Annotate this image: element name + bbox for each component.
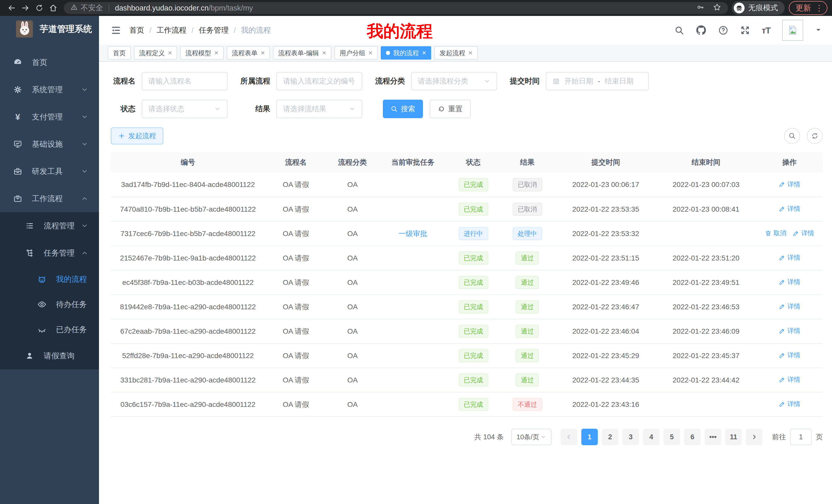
sidebar-item-workflow[interactable]: 工作流程 [0,185,99,212]
cell-category: OA [327,173,378,197]
cell-submit-time: 2022-01-22 23:53:35 [555,197,656,221]
process-definition-input[interactable] [277,72,362,90]
sidebar-item-leave-query[interactable]: 请假查询 [0,342,99,369]
search-icon[interactable] [674,25,684,35]
tab-home[interactable]: 首页 [108,46,131,60]
sidebar-item-my-process[interactable]: 我的流程 [0,267,99,292]
detail-action[interactable]: 详情 [779,180,800,189]
page-button-6[interactable]: 6 [684,429,701,445]
tab-process-form[interactable]: 流程表单 × [227,46,270,60]
close-icon[interactable]: × [468,49,472,57]
browser-forward-icon[interactable] [19,1,32,15]
page-button-5[interactable]: 5 [664,429,680,445]
cell-status: 已完成 [448,197,499,221]
fullscreen-icon[interactable] [740,25,750,35]
result-select[interactable]: 请选择流结果 [277,100,362,118]
breadcrumb-separator: / [149,26,151,35]
more-pages-button[interactable]: ••• [705,429,721,445]
tab-my-process[interactable]: 我的流程 × [381,46,431,60]
page-button-4[interactable]: 4 [643,429,659,445]
process-name-input[interactable] [142,72,228,90]
avatar[interactable] [782,20,803,41]
refresh-button[interactable] [807,128,823,144]
detail-action[interactable]: 详情 [779,204,800,213]
tab-start-process[interactable]: 发起流程 × [434,46,477,60]
search-button[interactable]: 搜索 [383,100,423,118]
sidebar-item-done-tasks[interactable]: 已办任务 [0,317,99,342]
key-icon[interactable] [696,3,704,13]
goto-page-input[interactable] [790,429,812,445]
current-task-link[interactable]: 一级审批 [398,230,427,237]
edit-icon [793,230,799,236]
table-header-row: 编号流程名流程分类当前审批任务状态结果提交时间结束时间操作 [111,152,823,173]
detail-action[interactable]: 详情 [779,302,800,311]
browser-update-button[interactable]: 更新 ⋮ [789,1,827,15]
browser-home-icon[interactable] [46,1,60,15]
chevron-down-icon[interactable] [815,26,822,34]
page-button-11[interactable]: 11 [725,429,742,445]
tab-user-group[interactable]: 用户分组 × [335,46,378,60]
cell-current-task [378,246,448,270]
page-button-1[interactable]: 1 [581,429,598,445]
browser-reload-icon[interactable] [32,1,46,15]
close-icon[interactable]: × [261,49,265,57]
app-logo-row[interactable]: 芋道管理系统 [0,16,99,41]
table-row: 7470a810-7b9b-11ec-b5b7-acde48001122OA 请… [111,197,823,221]
detail-action[interactable]: 详情 [779,253,800,262]
sidebar-item-process-management[interactable]: 流程管理 [0,212,99,240]
detail-action[interactable]: 详情 [779,278,800,286]
detail-action[interactable]: 详情 [779,375,800,384]
page-button-3[interactable]: 3 [622,429,639,445]
sidebar-item-system[interactable]: 系统管理 [0,76,99,103]
detail-action[interactable]: 详情 [779,351,800,359]
tab-process-definition[interactable]: 流程定义 × [134,46,177,60]
next-page-button[interactable] [746,429,762,445]
browser-back-icon[interactable] [5,1,19,15]
close-icon[interactable]: × [168,49,172,57]
breadcrumb-item[interactable]: 任务管理 [199,25,229,35]
sidebar-item-task-management[interactable]: 任务管理 [0,240,99,267]
sidebar-collapse-icon[interactable] [111,25,121,35]
close-icon[interactable]: × [214,49,218,57]
status-select[interactable]: 请选择状态 [142,100,228,118]
sidebar-item-devtools[interactable]: 研发工具 [0,158,99,185]
tab-process-form-edit[interactable]: 流程表单-编辑 × [273,46,331,60]
detail-action[interactable]: 详情 [779,327,800,335]
detail-action[interactable]: 详情 [793,229,814,237]
detail-action[interactable]: 详情 [779,400,800,408]
reset-button[interactable]: 重置 [430,100,471,118]
breadcrumb-item[interactable]: 工作流程 [157,25,186,35]
close-icon[interactable]: × [422,49,426,57]
tab-process-model[interactable]: 流程模型 × [180,46,224,60]
page-button-2[interactable]: 2 [602,429,618,445]
font-size-icon[interactable]: тT [762,25,770,35]
trash-icon [765,230,772,236]
breadcrumb-item[interactable]: 首页 [129,25,144,35]
category-select[interactable]: 请选择流程分类 [411,72,497,90]
start-process-button[interactable]: 发起流程 [111,128,163,144]
cancel-action[interactable]: 取消 [765,229,786,237]
bookmark-star-icon[interactable] [713,3,722,13]
help-icon[interactable] [718,25,728,35]
show-search-button[interactable] [784,128,800,144]
sidebar-item-todo-tasks[interactable]: 待办任务 [0,292,99,317]
sidebar-item-home[interactable]: 首页 [0,49,99,76]
filter-label: 所属流程 [237,76,270,86]
browser-menu-icon[interactable]: ⋮ [815,4,823,12]
address-bar[interactable]: 不安全 dashboard.yudao.iocoder.cn/bpm/task/… [64,2,728,14]
close-icon[interactable]: × [322,49,326,57]
breadcrumb-current: 我的流程 [241,25,271,35]
date-range-picker[interactable]: 开始日期 - 结束日期 [546,72,649,90]
prev-page-button[interactable] [561,429,577,445]
sidebar-item-infrastructure[interactable]: 基础设施 [0,131,99,158]
close-icon[interactable]: × [368,49,372,57]
sidebar-item-label: 已办任务 [56,325,88,335]
page-size-select[interactable]: 10条/页 [511,429,551,445]
eye-closed-icon [36,325,48,334]
sidebar-item-payment[interactable]: ¥ 支付管理 [0,103,99,131]
github-icon[interactable] [696,25,706,35]
page-numbers: 123456•••11 [581,429,742,445]
filter-row-1: 流程名 所属流程 流程分类 请选择流程分类 提交时间 [111,72,823,90]
cell-current-task [378,368,448,392]
security-status[interactable]: 不安全 [71,3,103,13]
